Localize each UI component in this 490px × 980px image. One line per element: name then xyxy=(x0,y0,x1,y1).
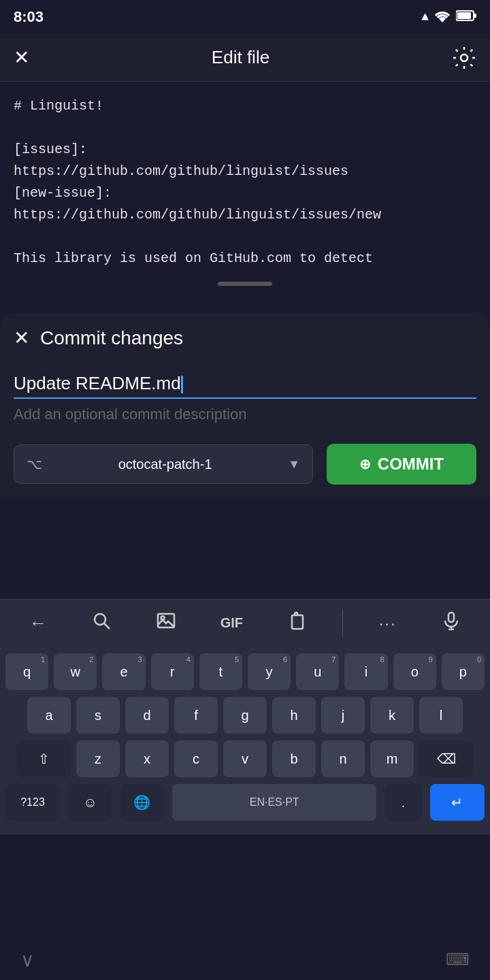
code-line-6: https://github.com/github/linguist/issue… xyxy=(14,204,476,226)
key-globe[interactable]: 🌐 xyxy=(120,784,164,821)
key-e[interactable]: 3e xyxy=(102,653,145,690)
keyboard-row-1: 1q 2w 3e 4r 5t 6y 7u 8i 9o 0p xyxy=(5,653,485,690)
key-z[interactable]: z xyxy=(76,740,120,777)
commit-message-text: Update README.md xyxy=(14,373,181,393)
keyboard-clipboard-button[interactable] xyxy=(278,606,316,640)
svg-line-5 xyxy=(104,623,110,629)
key-f[interactable]: f xyxy=(174,697,218,734)
keyboard-search-button[interactable] xyxy=(82,606,120,640)
chevron-down-icon: ∨ xyxy=(20,949,35,971)
key-t[interactable]: 5t xyxy=(199,653,242,690)
branch-icon: ⌥ xyxy=(27,456,42,472)
signal-icon: ▲ xyxy=(421,10,429,24)
commit-button[interactable]: ⊕ COMMIT xyxy=(327,444,476,485)
key-x[interactable]: x xyxy=(125,740,169,777)
search-icon xyxy=(92,611,111,635)
key-s[interactable]: s xyxy=(76,697,120,734)
branch-selector-button[interactable]: ⌥ octocat-patch-1 ▼ xyxy=(14,444,313,484)
key-symbols[interactable]: ?123 xyxy=(5,784,60,821)
commit-dialog: ✕ Commit changes Update README.md Add an… xyxy=(0,313,490,498)
key-l[interactable]: l xyxy=(419,697,463,734)
key-p[interactable]: 0p xyxy=(442,653,485,690)
key-a[interactable]: a xyxy=(27,697,71,734)
enter-icon: ↵ xyxy=(451,794,463,811)
key-m[interactable]: m xyxy=(370,740,414,777)
dialog-header: ✕ Commit changes xyxy=(14,327,476,349)
key-w[interactable]: 2w xyxy=(54,653,97,690)
code-line-4: https://github.com/github/linguist/issue… xyxy=(14,161,476,182)
chevron-down-icon: ▼ xyxy=(288,457,300,472)
key-i[interactable]: 8i xyxy=(344,653,387,690)
dialog-close-icon: ✕ xyxy=(14,327,29,348)
keyboard-row-3: ⇧ z x c v b n m ⌫ xyxy=(5,740,485,777)
commit-description-placeholder[interactable]: Add an optional commit description xyxy=(14,406,476,423)
keyboard-bottom-row: ?123 ☺ 🌐 EN·ES·PT . ↵ xyxy=(5,784,485,821)
commit-button-icon: ⊕ xyxy=(359,456,371,472)
key-g[interactable]: g xyxy=(223,697,267,734)
microphone-icon xyxy=(442,611,461,635)
top-bar: ✕ Edit file xyxy=(0,34,490,82)
code-line-7 xyxy=(14,226,476,248)
key-k[interactable]: k xyxy=(370,697,414,734)
svg-point-4 xyxy=(95,614,105,625)
code-line-1: # Linguist! xyxy=(14,95,476,117)
branch-name: octocat-patch-1 xyxy=(49,457,281,472)
keyboard-gif-button[interactable]: GIF xyxy=(211,610,252,636)
settings-button[interactable] xyxy=(452,46,476,70)
commit-actions: ⌥ octocat-patch-1 ▼ ⊕ COMMIT xyxy=(14,444,476,485)
commit-message-field[interactable]: Update README.md xyxy=(14,370,476,399)
key-c[interactable]: c xyxy=(174,740,218,777)
keyboard: 1q 2w 3e 4r 5t 6y 7u 8i 9o 0p a s xyxy=(0,647,490,834)
key-u[interactable]: 7u xyxy=(296,653,339,690)
status-icons: ▲ xyxy=(421,9,476,26)
key-period[interactable]: . xyxy=(385,784,422,821)
keyboard-icon: ⌨ xyxy=(446,950,470,969)
key-h[interactable]: h xyxy=(272,697,316,734)
keyboard-back-button[interactable]: ← xyxy=(20,607,56,639)
close-button[interactable]: ✕ xyxy=(14,46,29,69)
svg-rect-1 xyxy=(457,12,471,19)
svg-rect-8 xyxy=(292,615,303,629)
key-o[interactable]: 9o xyxy=(393,653,436,690)
code-editor[interactable]: # Linguist! [issues]: https://github.com… xyxy=(0,82,490,293)
code-line-5: [new-issue]: xyxy=(14,182,476,204)
dialog-close-button[interactable]: ✕ xyxy=(14,327,29,349)
period-label: . xyxy=(402,795,406,811)
code-line-2 xyxy=(14,117,476,139)
keyboard-toolbar: ← GIF ··· xyxy=(0,599,490,647)
status-bar: 8:03 ▲ xyxy=(0,0,490,34)
text-cursor xyxy=(181,376,183,393)
close-icon: ✕ xyxy=(14,46,29,69)
key-emoji[interactable]: ☺ xyxy=(68,784,112,821)
key-backspace[interactable]: ⌫ xyxy=(419,740,474,777)
wifi-icon xyxy=(434,9,451,26)
svg-rect-2 xyxy=(474,14,476,18)
image-icon xyxy=(157,611,176,635)
code-line-8: This library is used on GitHub.com to de… xyxy=(14,248,476,270)
key-space[interactable]: EN·ES·PT xyxy=(172,784,376,821)
code-content: # Linguist! [issues]: https://github.com… xyxy=(14,95,476,270)
key-j[interactable]: j xyxy=(321,697,365,734)
key-d[interactable]: d xyxy=(125,697,169,734)
keyboard-image-button[interactable] xyxy=(147,606,185,640)
nav-down-button[interactable]: ∨ xyxy=(20,949,35,971)
emoji-icon: ☺ xyxy=(83,795,97,811)
key-y[interactable]: 6y xyxy=(248,653,291,690)
key-q[interactable]: 1q xyxy=(5,653,48,690)
key-v[interactable]: v xyxy=(223,740,267,777)
more-icon: ··· xyxy=(379,614,397,633)
key-r[interactable]: 4r xyxy=(151,653,194,690)
key-shift[interactable]: ⇧ xyxy=(16,740,71,777)
gif-icon: GIF xyxy=(220,615,243,631)
key-b[interactable]: b xyxy=(272,740,316,777)
keyboard-more-button[interactable]: ··· xyxy=(370,608,406,638)
page-title: Edit file xyxy=(212,47,270,68)
keyboard-microphone-button[interactable] xyxy=(432,606,470,640)
battery-icon xyxy=(456,10,476,25)
globe-icon: 🌐 xyxy=(133,794,150,811)
clipboard-icon xyxy=(288,611,307,635)
nav-keyboard-button[interactable]: ⌨ xyxy=(446,950,470,969)
code-line-3: [issues]: xyxy=(14,139,476,161)
key-enter[interactable]: ↵ xyxy=(430,784,485,821)
key-n[interactable]: n xyxy=(321,740,365,777)
